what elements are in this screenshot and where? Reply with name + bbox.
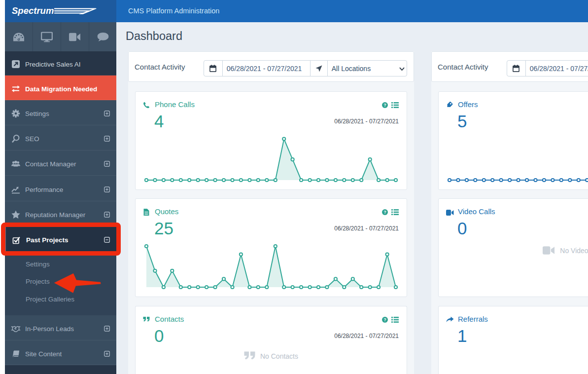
- svg-text:?: ?: [383, 317, 386, 322]
- svg-text:Spectrum: Spectrum: [12, 5, 54, 16]
